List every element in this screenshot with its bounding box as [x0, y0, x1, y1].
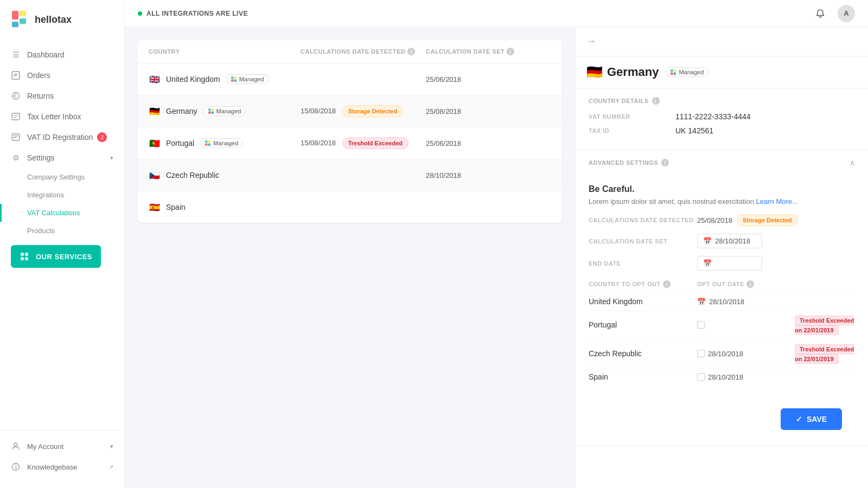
sidebar-item-settings[interactable]: ⚙ Settings ▾: [0, 147, 124, 168]
save-button[interactable]: ✓ SAVE: [781, 408, 842, 430]
products-label: Products: [27, 227, 55, 235]
returns-icon: €: [11, 91, 21, 101]
opt-out-date-info-icon[interactable]: i: [746, 280, 754, 288]
svg-rect-27: [211, 108, 214, 111]
checkbox-spain[interactable]: [697, 373, 705, 381]
opt-out-section: COUNTRY TO OPT OUT i OPT OUT DATE i Unit…: [576, 280, 868, 393]
svg-text:€: €: [14, 93, 17, 99]
topbar-right: A: [812, 5, 855, 22]
svg-rect-2: [20, 18, 26, 24]
country-name-spain: Spain: [166, 203, 186, 211]
checkbox-portugal[interactable]: [697, 321, 705, 329]
calc-date-info-icon[interactable]: i: [407, 48, 415, 55]
sidebar-bottom: My Account ▾ i Knowledgebase ↗: [0, 430, 124, 488]
country-details-info-icon[interactable]: i: [652, 97, 660, 105]
calendar-icon: 📅: [703, 237, 712, 245]
calc-date-set-label: CALCULATION DATE SET: [589, 238, 697, 245]
sidebar: hellotax ☰ Dashboard Orders € Returns Ta…: [0, 0, 125, 488]
calculations-table: COUNTRY CALCULATIONS DATE DETECTED i CAL…: [138, 40, 562, 223]
calendar-icon: 📅: [703, 259, 712, 267]
vat-id-badge: 2: [97, 132, 107, 142]
country-cell-spain: 🇪🇸 Spain: [149, 201, 301, 213]
svg-rect-22: [231, 76, 234, 79]
company-settings-label: Company Settings: [27, 173, 85, 181]
opt-out-date-col: OPT OUT DATE i: [697, 280, 795, 288]
sidebar-item-knowledgebase[interactable]: i Knowledgebase ↗: [0, 457, 124, 477]
svg-rect-26: [208, 108, 211, 111]
table-row[interactable]: 🇪🇸 Spain: [138, 191, 562, 223]
storage-detected-badge: Storage Detected: [342, 105, 403, 117]
main-area: ALL INTEGRATIONS ARE LIVE A COUNTRY CALC…: [125, 0, 868, 488]
content-area: COUNTRY CALCULATIONS DATE DETECTED i CAL…: [125, 27, 868, 488]
managed-badge-portugal: Managed: [200, 138, 243, 148]
sidebar-nav: ☰ Dashboard Orders € Returns Tax Letter …: [0, 39, 124, 430]
opt-out-row-uk: United Kingdom 📅 28/10/2018: [589, 292, 855, 310]
user-avatar[interactable]: A: [838, 5, 855, 22]
managed-icon: [208, 108, 214, 114]
vat-number-label: VAT NUMBER: [589, 113, 675, 120]
calc-date-set-uk: 25/06/2018: [426, 75, 551, 84]
sidebar-item-company-settings[interactable]: Company Settings: [0, 168, 124, 186]
calc-date-set-input[interactable]: 📅 28/10/2018: [697, 234, 762, 248]
my-account-label: My Account: [27, 442, 63, 451]
calc-date-set-info-icon[interactable]: i: [507, 48, 514, 55]
dashboard-icon: ☰: [11, 50, 21, 60]
logo-text: hellotax: [35, 14, 72, 25]
svg-point-19: [14, 443, 17, 446]
flag-uk: 🇬🇧: [149, 73, 161, 85]
sidebar-item-products[interactable]: Products: [0, 222, 124, 240]
opt-out-row-portugal: Portugal Treshold Exceeded on 22/01/2019: [589, 310, 855, 339]
svg-rect-33: [208, 144, 211, 146]
threshold-exceeded-badge: Treshold Exceeded: [342, 137, 409, 149]
sidebar-item-vat-id[interactable]: VAT ID Registration 2: [0, 127, 124, 147]
sidebar-item-returns[interactable]: € Returns: [0, 86, 124, 106]
notifications-button[interactable]: [812, 5, 829, 22]
table-row[interactable]: 🇨🇿 Czech Republic 28/10/2018: [138, 159, 562, 191]
opt-out-row-spain: Spain 28/10/2018: [589, 368, 855, 386]
threshold-badge-portugal: Treshold Exceeded on 22/01/2019: [795, 316, 854, 335]
sidebar-item-orders[interactable]: Orders: [0, 65, 124, 86]
country-cell-czech: 🇨🇿 Czech Republic: [149, 169, 301, 181]
svg-rect-28: [208, 112, 211, 114]
settings-chevron: ▾: [110, 155, 113, 162]
knowledgebase-label: Knowledgebase: [27, 463, 78, 471]
sidebar-item-my-account[interactable]: My Account ▾: [0, 436, 124, 457]
sidebar-item-integrations[interactable]: Integrations: [0, 186, 124, 204]
opt-out-date-uk: 📅 28/10/2018: [697, 298, 795, 306]
back-arrow[interactable]: →: [586, 36, 596, 47]
settings-subnav: Company Settings Integrations VAT Calcul…: [0, 168, 124, 240]
table-row[interactable]: 🇬🇧 United Kingdom Managed 25/06/2018: [138, 63, 562, 95]
table-row[interactable]: 🇵🇹 Portugal Managed 15/08/2018 Treshold …: [138, 127, 562, 159]
country-cell-germany: 🇩🇪 Germany Managed: [149, 105, 301, 117]
my-account-icon: [11, 441, 21, 451]
sidebar-item-tax-letter[interactable]: Tax Letter Inbox: [0, 106, 124, 127]
learn-more-link[interactable]: Learn More...: [756, 197, 798, 206]
advanced-settings-title: ADVANCED SETTINGS i: [589, 159, 669, 166]
end-date-input[interactable]: 📅: [697, 256, 762, 271]
advanced-settings-info-icon[interactable]: i: [661, 159, 669, 166]
calc-storage-badge: Storage Detected: [737, 214, 797, 226]
my-account-chevron: ▾: [110, 443, 113, 450]
svg-rect-34: [671, 69, 673, 72]
opt-out-country-czech: Czech Republic: [589, 349, 697, 358]
be-careful-text: Lorem ipsum dolor sit amet, quis nostrud…: [589, 197, 855, 206]
advanced-settings-header[interactable]: ADVANCED SETTINGS i ∧: [576, 150, 868, 176]
svg-rect-31: [208, 140, 211, 143]
sidebar-item-dashboard[interactable]: ☰ Dashboard: [0, 44, 124, 65]
country-cell-uk: 🇬🇧 United Kingdom Managed: [149, 73, 301, 85]
end-date-row: END DATE 📅: [589, 256, 855, 271]
country-name-czech: Czech Republic: [166, 171, 219, 179]
flag-germany: 🇩🇪: [149, 105, 161, 117]
checkbox-czech[interactable]: [697, 350, 705, 357]
end-date-label: END DATE: [589, 260, 697, 267]
our-services-icon: [20, 252, 29, 261]
table-row[interactable]: 🇩🇪 Germany Managed 15/08/2018 Storage De…: [138, 95, 562, 127]
svg-rect-36: [671, 73, 673, 75]
opt-out-info-icon[interactable]: i: [663, 280, 671, 288]
our-services-button[interactable]: OUR SERVICES: [11, 245, 101, 268]
calc-detected-row: CALCULATIONS DATE DETECTED 25/08/2018 St…: [589, 214, 855, 226]
sidebar-item-vat-calculations[interactable]: VAT Calculations: [0, 204, 124, 222]
calc-date-set-column-header: CALCULATION DATE SET i: [426, 48, 551, 55]
svg-rect-10: [14, 115, 18, 116]
opt-out-header: COUNTRY TO OPT OUT i OPT OUT DATE i: [589, 280, 855, 288]
